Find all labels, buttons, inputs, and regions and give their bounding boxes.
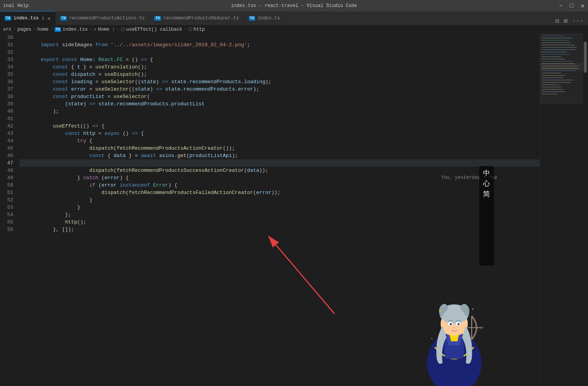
code-line-52: } [19,196,540,204]
line-num-43: 43 [0,130,16,137]
title-bar: inal Help index.tsx - react-travel - Vis… [0,0,588,12]
code-line-40 [19,108,540,115]
line-num-34: 34 [0,63,16,71]
menu-item-help[interactable]: Help [18,3,29,9]
more-actions-icon[interactable]: ··· [572,17,583,24]
scrollbar-thumb[interactable] [584,42,587,73]
svg-text:✦: ✦ [431,337,433,340]
tab-index-ts[interactable]: TS index.ts [244,11,285,25]
breadcrumb-http-icon: ⬡ [188,26,192,32]
line-num-47: 47 [0,159,16,167]
line-num-48: 48 [0,167,16,174]
toggle-layout-icon[interactable]: ⊞ [564,17,568,25]
code-line-30: import sideImages from '../../assets/ima… [19,34,540,41]
split-editor-icon[interactable]: ⊟ [555,17,559,25]
line-num-54: 54 [0,211,16,218]
tab-label: recommendProductsActions.ts [69,16,145,21]
line-num-51: 51 [0,189,16,196]
line-num-38: 38 [0,93,16,100]
breadcrumb-http[interactable]: http [194,27,205,32]
vertical-scrollbar[interactable] [583,34,588,386]
character-svg: ✦ ✦ ✦ [411,262,497,386]
breadcrumb-pages[interactable]: pages [18,27,32,32]
breadcrumb-react-icon: ⚛ [94,26,96,32]
code-line-55: }, []); [19,218,540,226]
line-num-49: 49 [0,174,16,182]
tab-recommend-actions[interactable]: TS recommendProductsActions.ts [56,11,150,25]
line-num-52: 52 [0,196,16,204]
menu-bar: inal Help [3,3,29,9]
tab-label: recommendProductsReducer.ts [163,16,239,21]
close-icon[interactable]: ✕ [580,3,585,8]
svg-text:✦: ✦ [439,308,441,314]
editor-container: 30 31 32 33 34 35 36 37 38 39 40 41 42 4… [0,34,588,386]
line-numbers: 30 31 32 33 34 35 36 37 38 39 40 41 42 4… [0,34,19,386]
character-illustration: ✦ ✦ ✦ [411,262,497,386]
line-num-53: 53 [0,204,16,211]
breadcrumb-home[interactable]: home [37,27,49,32]
line-num-46: 46 [0,152,16,159]
line-num-31: 31 [0,41,16,49]
code-line-54: http(); [19,211,540,218]
line-num-30: 30 [0,34,16,41]
svg-point-11 [458,323,459,324]
line-num-56: 56 [0,226,16,233]
restore-icon[interactable]: □ [569,3,574,8]
svg-line-1 [268,236,334,314]
ts-icon: TS [249,16,256,21]
breadcrumb-ts-icon: TS [54,27,61,32]
line-num-35: 35 [0,71,16,78]
line-num-40: 40 [0,108,16,115]
code-line-56 [19,226,540,233]
ts-icon: TS [60,16,67,21]
svg-point-8 [450,323,452,325]
minimize-icon[interactable]: – [558,3,563,8]
line-num-45: 45 [0,145,16,152]
code-area[interactable]: import sideImages from '../../assets/ima… [19,34,540,386]
code-line-47: dispatch(fetchRecommendProductsSuccessAc… [19,159,540,167]
breadcrumb: src › pages › home › TS index.tsx › ⚛ Ho… [0,25,588,34]
line-num-37: 37 [0,86,16,93]
line-num-41: 41 [0,115,16,122]
menu-item-inal[interactable]: inal [3,3,14,9]
breadcrumb-home-component[interactable]: Home : [98,27,115,32]
minimap-content [540,34,583,386]
line-num-44: 44 [0,137,16,145]
svg-point-9 [457,323,460,325]
svg-point-12 [453,327,455,328]
editor-toolbar: ⊟ ⊞ ··· [555,17,588,25]
svg-text:✦: ✦ [472,307,474,311]
lang-badge: 中心简 [479,166,494,265]
line-num-55: 55 [0,218,16,226]
window-controls: – □ ✕ [558,3,585,8]
tab-index-tsx[interactable]: TS index.tsx 1 ✕ [0,11,56,25]
line-num-50: 50 [0,182,16,189]
tab-count: 1 [42,16,44,21]
code-line-32: export const Home: React.FC = () => { [19,49,540,56]
line-num-42: 42 [0,122,16,130]
minimap[interactable] [540,34,583,386]
tab-close-button[interactable]: ✕ [47,15,51,22]
ts-icon: TS [5,16,11,21]
lang-badge-text: 中心简 [483,169,490,198]
line-num-32: 32 [0,49,16,56]
tab-bar: TS index.tsx 1 ✕ TS recommendProductsAct… [0,12,588,25]
code-line-41: useEffect(() => { [19,115,540,122]
window-title: index.tsx - react-travel - Visual Studio… [231,3,357,9]
breadcrumb-src[interactable]: src [3,27,12,32]
tab-label: index.tsx [14,16,39,21]
breadcrumb-fn-icon: ⬡ [121,26,125,32]
svg-marker-15 [481,326,483,329]
tab-recommend-reducer[interactable]: TS recommendProductsReducer.ts [150,11,244,25]
code-line-44: dispatch(fetchRecommendProductsActionCre… [19,137,540,145]
line-num-39: 39 [0,100,16,108]
line-num-36: 36 [0,78,16,86]
ts-icon: TS [154,16,161,21]
tab-label: index.ts [257,16,280,21]
line-num-33: 33 [0,56,16,63]
breadcrumb-useeffect[interactable]: useEffect() callback [126,27,182,32]
code-line-53: }; [19,204,540,211]
svg-point-10 [451,323,452,324]
breadcrumb-index-tsx[interactable]: index.tsx [63,27,88,32]
